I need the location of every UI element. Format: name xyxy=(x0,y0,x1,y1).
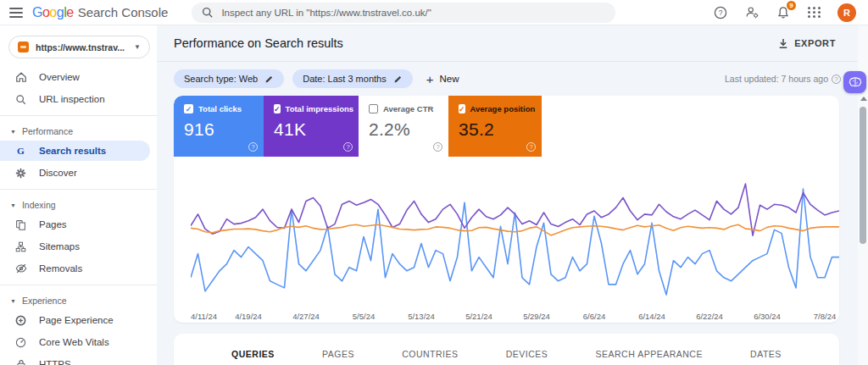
sidebar-nav: https://www.tnstrav... ▼ OverviewURL ins… xyxy=(0,25,157,365)
tab-devices[interactable]: DEVICES xyxy=(504,346,550,362)
x-axis-label: 5/29/24 xyxy=(523,312,550,321)
x-axis-labels: 4/11/244/19/244/27/245/5/245/13/245/21/2… xyxy=(191,309,822,323)
sidebar-item-label: Sitemaps xyxy=(39,241,80,252)
checkbox-unchecked-icon[interactable] xyxy=(369,104,378,113)
sidebar-item-removals[interactable]: Removals xyxy=(0,258,150,279)
sidebar-section-performance[interactable]: ▼Performance xyxy=(0,122,157,141)
metric-card-total-clicks[interactable]: ✓Total clicks916? xyxy=(174,96,264,157)
sidebar-item-search-results[interactable]: GSearch results xyxy=(0,141,150,161)
search-icon xyxy=(14,93,27,106)
svg-text:?: ? xyxy=(719,8,723,17)
collapse-triangle-icon: ▼ xyxy=(10,298,16,304)
svg-text:G: G xyxy=(17,146,25,156)
sidebar-item-label: Page Experience xyxy=(39,315,114,325)
sidebar-item-pages[interactable]: Pages xyxy=(0,214,150,235)
sidebar-item-label: Search results xyxy=(39,146,106,156)
scrollbar-up-arrow[interactable] xyxy=(860,97,867,101)
tab-countries[interactable]: COUNTRIES xyxy=(400,346,459,362)
metric-value: 41K xyxy=(274,119,350,140)
url-inspect-input[interactable] xyxy=(221,8,605,18)
info-icon[interactable]: ? xyxy=(832,75,841,84)
filter-chip-search-type[interactable]: Search type: Web xyxy=(174,69,284,88)
metric-card-total-impressions[interactable]: ✓Total impressions41K? xyxy=(264,96,359,157)
google-apps-grid-icon[interactable] xyxy=(806,4,823,21)
x-axis-label: 4/11/24 xyxy=(191,312,217,321)
site-favicon xyxy=(18,41,29,53)
total-clicks-line xyxy=(191,189,839,295)
main-content: Performance on Search results EXPORT Sea… xyxy=(157,25,858,365)
account-avatar[interactable]: R xyxy=(837,3,856,22)
x-axis-label: 6/14/24 xyxy=(638,312,665,321)
page-title: Performance on Search results xyxy=(174,36,343,50)
performance-chart xyxy=(191,179,839,306)
export-button[interactable]: EXPORT xyxy=(773,35,841,53)
metric-help-icon[interactable]: ? xyxy=(248,142,258,152)
google-logo-text: Google xyxy=(32,5,74,20)
filter-chip-date[interactable]: Date: Last 3 months xyxy=(292,69,412,88)
help-icon[interactable]: ? xyxy=(712,4,729,21)
chevron-down-icon: ▼ xyxy=(134,43,141,51)
sitemaps-icon xyxy=(14,241,27,253)
checkbox-checked-icon[interactable]: ✓ xyxy=(274,104,281,113)
x-axis-label: 5/21/24 xyxy=(465,312,492,321)
sidebar-section-experience[interactable]: ▼Experience xyxy=(0,291,157,310)
top-app-bar: Google Search Console ? 9 R xyxy=(0,0,868,25)
pages-icon xyxy=(14,218,27,231)
sidebar-item-label: Discover xyxy=(39,168,77,178)
property-selector[interactable]: https://www.tnstrav... ▼ xyxy=(8,36,150,58)
x-axis-label: 6/6/24 xyxy=(583,312,605,321)
sparkle-icon xyxy=(14,167,27,180)
edit-pencil-icon xyxy=(393,75,403,84)
average-position-line xyxy=(191,224,839,235)
checkbox-checked-icon[interactable]: ✓ xyxy=(459,104,465,113)
x-axis-label: 6/30/24 xyxy=(754,312,781,321)
tab-dates[interactable]: DATES xyxy=(748,346,783,362)
notifications-bell-icon[interactable]: 9 xyxy=(775,4,792,21)
sidebar-item-core-web-vitals[interactable]: Core Web Vitals xyxy=(0,332,150,352)
app-logo[interactable]: Google Search Console xyxy=(32,5,168,20)
sidebar-item-overview[interactable]: Overview xyxy=(0,67,150,87)
metric-value: 916 xyxy=(184,119,255,140)
x-axis-label: 5/5/24 xyxy=(353,312,375,321)
plus-icon: + xyxy=(426,72,434,86)
checkbox-checked-icon[interactable]: ✓ xyxy=(184,104,193,113)
scrollbar-thumb[interactable] xyxy=(860,107,866,244)
metric-card-average-position[interactable]: ✓Average position35.2? xyxy=(448,96,542,157)
section-header-label: Indexing xyxy=(22,200,56,210)
metric-help-icon[interactable]: ? xyxy=(343,142,353,152)
sidebar-divider xyxy=(0,189,157,190)
notification-count-badge: 9 xyxy=(787,1,796,10)
manage-accounts-icon[interactable] xyxy=(743,4,760,21)
lock-icon xyxy=(14,358,27,365)
sidebar-item-sitemaps[interactable]: Sitemaps xyxy=(0,236,150,257)
tab-search-appearance[interactable]: SEARCH APPEARANCE xyxy=(594,346,704,362)
menu-icon[interactable] xyxy=(0,5,32,20)
sidebar-section-indexing[interactable]: ▼Indexing xyxy=(0,196,157,214)
x-axis-label: 4/19/24 xyxy=(235,312,262,321)
total-impressions-line xyxy=(191,184,839,235)
metric-label: Average position xyxy=(470,104,536,113)
plus-circle-icon xyxy=(14,314,27,327)
google-g-icon: G xyxy=(14,145,27,158)
collapse-triangle-icon: ▼ xyxy=(10,129,16,135)
sidebar-item-url-inspection[interactable]: URL inspection xyxy=(0,89,150,109)
new-filter-button[interactable]: + New xyxy=(426,72,459,86)
url-inspect-searchbar[interactable] xyxy=(192,3,615,23)
metric-help-icon[interactable]: ? xyxy=(433,142,442,152)
brain-icon xyxy=(849,76,862,88)
metric-label: Total clicks xyxy=(198,104,242,113)
x-axis-label: 5/13/24 xyxy=(408,312,435,321)
sidebar-item-discover[interactable]: Discover xyxy=(0,163,150,183)
eye-off-icon xyxy=(14,263,27,275)
home-icon xyxy=(14,71,27,84)
sidebar-item-page-experience[interactable]: Page Experience xyxy=(0,310,150,330)
tab-queries[interactable]: QUERIES xyxy=(230,346,276,362)
sidebar-item-https[interactable]: HTTPS xyxy=(0,354,150,365)
performance-chart-card: ✓Total clicks916?✓Total impressions41K?A… xyxy=(174,96,839,323)
tab-pages[interactable]: PAGES xyxy=(320,346,356,362)
metric-value: 35.2 xyxy=(459,119,533,140)
metric-help-icon[interactable]: ? xyxy=(526,142,536,152)
last-updated-text: Last updated: 7 hours ago ? xyxy=(725,74,841,84)
browser-extension-badge[interactable] xyxy=(843,71,866,93)
metric-card-average-ctr[interactable]: Average CTR2.2%? xyxy=(359,96,448,157)
